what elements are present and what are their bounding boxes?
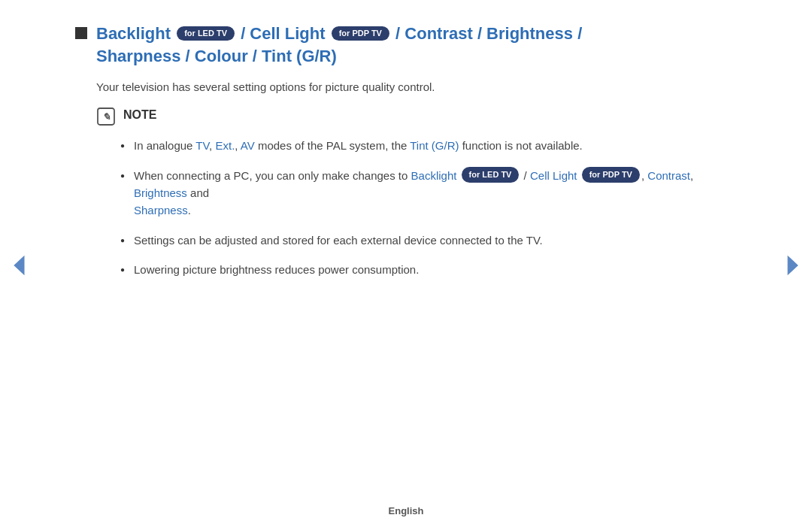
nav-arrow-left[interactable] bbox=[8, 254, 30, 277]
backlight-title-link: Backlight bbox=[96, 24, 171, 43]
title-block: Backlight for LED TV / Cell Light for PD… bbox=[75, 23, 737, 67]
note-label: NOTE bbox=[123, 108, 156, 122]
list-item: In analogue TV, Ext., AV modes of the PA… bbox=[120, 137, 737, 154]
svg-marker-0 bbox=[14, 255, 24, 275]
note-icon: ✎ bbox=[96, 107, 116, 126]
list-item: Lowering picture brightness reduces powe… bbox=[120, 261, 737, 278]
bullet-4-text: Lowering picture brightness reduces powe… bbox=[134, 263, 419, 276]
page-container: Backlight for LED TV / Cell Light for PD… bbox=[0, 0, 812, 530]
title-separator-1: / bbox=[241, 24, 250, 43]
title-separator-2: / Contrast / Brightness / bbox=[395, 24, 582, 43]
cell-light-link: Cell Light bbox=[530, 169, 577, 182]
ext-link: Ext. bbox=[215, 139, 235, 152]
bullet-3-text: Settings can be adjusted and stored for … bbox=[134, 234, 543, 247]
note-block: ✎ NOTE bbox=[96, 108, 737, 126]
tint-link: Tint (G/R) bbox=[410, 139, 459, 152]
nav-arrow-right[interactable] bbox=[782, 254, 804, 277]
badge-pdp-tv-title: for PDP TV bbox=[332, 26, 389, 41]
tv-link: TV bbox=[195, 139, 209, 152]
svg-marker-1 bbox=[788, 255, 798, 275]
main-content: Backlight for LED TV / Cell Light for PD… bbox=[60, 23, 752, 278]
brightness-link: Brightness bbox=[134, 186, 187, 199]
description-text: Your television has several setting opti… bbox=[96, 80, 737, 93]
list-item: Settings can be adjusted and stored for … bbox=[120, 232, 737, 249]
title-sharpness: Sharpness / Colour / Tint (G/R) bbox=[96, 47, 337, 65]
title-square-icon bbox=[75, 27, 87, 39]
bullet-1-text: In analogue TV, Ext., AV modes of the PA… bbox=[134, 139, 583, 152]
badge-led-tv-title: for LED TV bbox=[177, 26, 235, 41]
page-title: Backlight for LED TV / Cell Light for PD… bbox=[96, 23, 582, 67]
cell-light-title-link: Cell Light bbox=[250, 24, 325, 43]
contrast-link: Contrast bbox=[647, 169, 690, 182]
bullet-list: In analogue TV, Ext., AV modes of the PA… bbox=[120, 137, 737, 278]
svg-text:✎: ✎ bbox=[102, 111, 111, 123]
badge-led-tv-bullet: for LED TV bbox=[462, 167, 520, 183]
backlight-link: Backlight bbox=[411, 169, 457, 182]
sharpness-link: Sharpness bbox=[134, 204, 188, 217]
list-item: When connecting a PC, you can only make … bbox=[120, 167, 737, 220]
footer-language: English bbox=[389, 505, 424, 516]
badge-pdp-tv-bullet: for PDP TV bbox=[582, 167, 640, 183]
av-link: AV bbox=[241, 139, 255, 152]
bullet-2-text: When connecting a PC, you can only make … bbox=[134, 169, 693, 217]
